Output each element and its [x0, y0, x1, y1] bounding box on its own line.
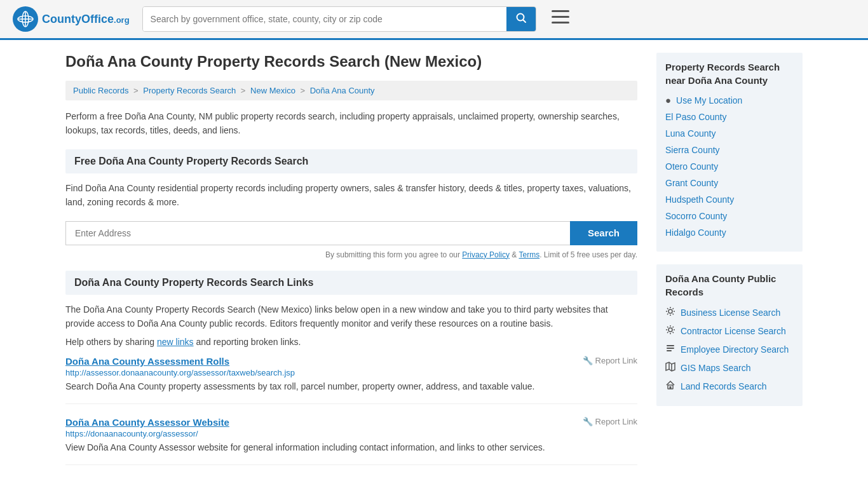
nearby-records-title: Property Records Search near Doña Ana Co… [665, 60, 794, 87]
pr-land-records: Land Records Search [665, 380, 794, 392]
svg-rect-12 [667, 345, 674, 346]
free-search-body: Find Doña Ana County residential propert… [65, 181, 637, 259]
nearby-links-list: ● Use My Location El Paso County Luna Co… [665, 95, 794, 238]
svg-rect-8 [552, 16, 569, 18]
free-search-description: Find Doña Ana County residential propert… [65, 181, 637, 210]
svg-marker-15 [666, 362, 675, 371]
pr-employee-directory: Employee Directory Search [665, 343, 794, 355]
list-icon-employee [665, 343, 675, 355]
hudspeth-link[interactable]: Hudspeth County [665, 194, 734, 205]
link-item-url-1[interactable]: https://donaanacounty.org/assessor/ [65, 429, 637, 438]
svg-point-11 [668, 328, 672, 332]
nearby-socorro[interactable]: Socorro County [665, 211, 794, 221]
logo-icon [13, 6, 38, 32]
new-links-note: Help others by sharing new links and rep… [65, 337, 637, 347]
gear-icon-business [665, 306, 675, 318]
logo-text: CountyOffice.org [42, 13, 130, 26]
socorro-link[interactable]: Socorro County [665, 211, 727, 221]
report-icon-1: 🔧 [583, 417, 593, 426]
public-records-box: Doña Ana County Public Records Business … [656, 264, 803, 406]
land-records-link[interactable]: Land Records Search [681, 381, 766, 391]
svg-rect-7 [552, 10, 569, 12]
hamburger-menu-button[interactable] [549, 8, 572, 30]
svg-point-10 [668, 309, 672, 313]
location-pin-icon: ● [665, 95, 671, 105]
gear-icon-contractor [665, 325, 675, 337]
link-item-title-0[interactable]: Doña Ana County Assessment Rolls [65, 356, 229, 367]
global-search-bar [142, 6, 536, 32]
breadcrumb-property-records-search[interactable]: Property Records Search [143, 86, 236, 95]
terms-link[interactable]: Terms [519, 250, 539, 259]
report-link-button-0[interactable]: 🔧 Report Link [583, 356, 637, 365]
link-item-desc-1: View Doña Ana County Assessor website fo… [65, 441, 637, 454]
gis-maps-link[interactable]: GIS Maps Search [681, 363, 751, 373]
svg-rect-13 [667, 348, 674, 349]
breadcrumb-public-records[interactable]: Public Records [73, 86, 128, 95]
svg-rect-19 [670, 386, 672, 389]
main-content: Doña Ana County Property Records Search … [65, 53, 637, 478]
svg-rect-9 [552, 22, 569, 24]
employee-directory-link[interactable]: Employee Directory Search [681, 344, 789, 355]
contractor-license-link[interactable]: Contractor License Search [681, 326, 786, 336]
nearby-luna[interactable]: Luna County [665, 128, 794, 139]
svg-line-6 [523, 20, 526, 23]
nearby-use-location[interactable]: ● Use My Location [665, 95, 794, 105]
link-item-title-1[interactable]: Doña Ana County Assessor Website [65, 417, 229, 428]
nearby-sierra[interactable]: Sierra County [665, 145, 794, 155]
address-search-form: Search [65, 221, 637, 245]
nearby-hudspeth[interactable]: Hudspeth County [665, 194, 794, 205]
use-location-link[interactable]: Use My Location [676, 95, 742, 105]
links-section-header: Doña Ana County Property Records Search … [65, 271, 637, 295]
link-item-0: Doña Ana County Assessment Rolls 🔧 Repor… [65, 356, 637, 404]
new-links-link[interactable]: new links [157, 337, 194, 347]
otero-link[interactable]: Otero County [665, 161, 718, 172]
pr-contractor-license: Contractor License Search [665, 325, 794, 337]
report-icon-0: 🔧 [583, 356, 593, 365]
link-item-desc-0: Search Doña Ana County property assessme… [65, 380, 637, 393]
global-search-input[interactable] [143, 7, 506, 31]
pr-business-license: Business License Search [665, 306, 794, 318]
free-search-title: Free Doña Ana County Property Records Se… [74, 156, 628, 167]
sidebar: Property Records Search near Doña Ana Co… [656, 53, 803, 478]
global-search-button[interactable] [506, 7, 536, 31]
nearby-hidalgo[interactable]: Hidalgo County [665, 227, 794, 238]
breadcrumb-dona-ana-county[interactable]: Doña Ana County [310, 86, 375, 95]
house-icon-land [665, 380, 675, 392]
svg-rect-14 [667, 350, 672, 351]
nearby-el-paso[interactable]: El Paso County [665, 112, 794, 122]
site-logo[interactable]: CountyOffice.org [13, 6, 130, 32]
address-search-button[interactable]: Search [570, 221, 637, 245]
address-input[interactable] [65, 221, 570, 245]
el-paso-link[interactable]: El Paso County [665, 112, 727, 122]
form-note: By submitting this form you agree to our… [65, 250, 637, 259]
sierra-link[interactable]: Sierra County [665, 145, 720, 155]
luna-link[interactable]: Luna County [665, 128, 715, 139]
link-item-url-0[interactable]: http://assessor.donaanacounty.org/assess… [65, 368, 637, 377]
breadcrumb-new-mexico[interactable]: New Mexico [250, 86, 295, 95]
privacy-policy-link[interactable]: Privacy Policy [462, 250, 510, 259]
page-title: Doña Ana County Property Records Search … [65, 53, 637, 71]
link-item-1: Doña Ana County Assessor Website 🔧 Repor… [65, 417, 637, 465]
page-description: Perform a free Doña Ana County, NM publi… [65, 109, 637, 138]
links-section-title: Doña Ana County Property Records Search … [74, 277, 628, 288]
nearby-grant[interactable]: Grant County [665, 178, 794, 188]
report-link-button-1[interactable]: 🔧 Report Link [583, 417, 637, 426]
map-icon-gis [665, 362, 675, 374]
pr-gis-maps: GIS Maps Search [665, 362, 794, 374]
links-section-description: The Doña Ana County Property Records Sea… [65, 302, 637, 331]
nearby-records-box: Property Records Search near Doña Ana Co… [656, 53, 803, 252]
grant-link[interactable]: Grant County [665, 178, 718, 188]
business-license-link[interactable]: Business License Search [681, 308, 780, 318]
hidalgo-link[interactable]: Hidalgo County [665, 227, 726, 238]
breadcrumb: Public Records > Property Records Search… [65, 81, 637, 100]
free-search-section-header: Free Doña Ana County Property Records Se… [65, 149, 637, 173]
public-records-title: Doña Ana County Public Records [665, 272, 794, 299]
nearby-otero[interactable]: Otero County [665, 161, 794, 172]
